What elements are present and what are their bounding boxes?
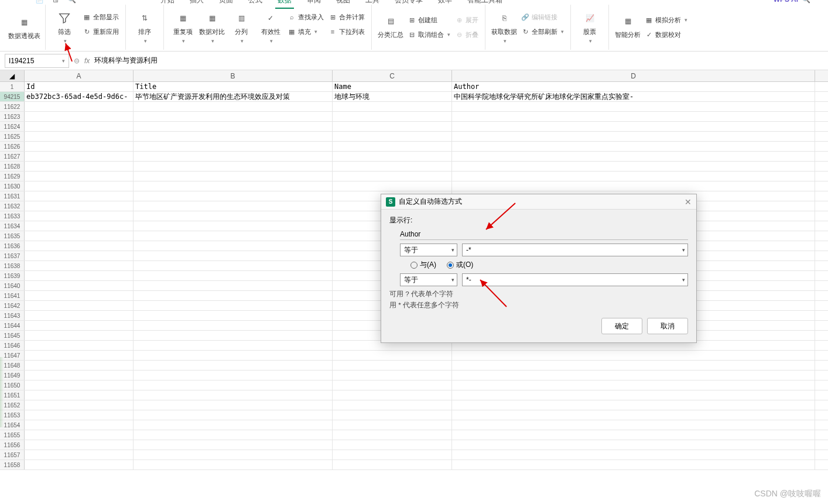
cell[interactable] (134, 321, 333, 330)
row-header[interactable]: 11649 (0, 371, 25, 380)
get-data-button[interactable]: ⎘获取数据 (490, 11, 518, 44)
cell[interactable] (452, 450, 815, 460)
cell[interactable] (333, 450, 452, 460)
merge-calc-button[interactable]: ⊞合并计算 (329, 11, 365, 23)
cell[interactable] (25, 241, 134, 251)
cell[interactable] (25, 390, 134, 400)
cell[interactable] (333, 152, 452, 161)
row-header[interactable]: 11634 (0, 221, 25, 231)
row-header[interactable]: 11636 (0, 241, 25, 251)
cell[interactable] (452, 102, 815, 111)
find-entry-button[interactable]: ⌕查找录入 (288, 11, 324, 23)
cell[interactable] (25, 281, 134, 290)
row-header[interactable]: 11635 (0, 231, 25, 241)
row-header[interactable]: 11647 (0, 351, 25, 360)
or-radio[interactable]: 或(O) (447, 260, 473, 270)
cell[interactable] (452, 181, 815, 191)
row-header[interactable]: 11633 (0, 211, 25, 221)
cell[interactable] (452, 430, 815, 440)
cell[interactable] (25, 122, 134, 131)
cell[interactable] (25, 261, 134, 270)
cancel-formula-icon[interactable]: ⊖ (74, 57, 80, 65)
cell[interactable] (333, 440, 452, 450)
cell[interactable] (134, 102, 333, 111)
cell[interactable] (452, 361, 815, 370)
row-header[interactable]: 11627 (0, 152, 25, 161)
and-radio[interactable]: 与(A) (410, 260, 436, 270)
cell[interactable] (333, 181, 452, 191)
cell[interactable] (333, 162, 452, 171)
cell[interactable] (25, 351, 134, 360)
cell[interactable] (134, 132, 333, 141)
row-header[interactable]: 11644 (0, 321, 25, 330)
data-compare-button[interactable]: ▦数据对比 (198, 11, 226, 44)
name-box[interactable]: I194215 ▾ (5, 54, 69, 68)
cell[interactable] (333, 112, 452, 121)
row-header[interactable]: 94215 (0, 92, 25, 101)
row-header[interactable]: 11650 (0, 380, 25, 390)
cell[interactable] (134, 211, 333, 221)
cancel-button[interactable]: 取消 (647, 318, 688, 334)
cell[interactable] (333, 380, 452, 390)
tab-view[interactable]: 视图 (334, 0, 353, 9)
cell[interactable] (134, 331, 333, 340)
row-header[interactable]: 11638 (0, 261, 25, 270)
sort-button[interactable]: ⇅ 排序 (131, 11, 159, 44)
tab-member[interactable]: 会员专享 (392, 0, 425, 9)
cell[interactable] (25, 321, 134, 330)
row-header[interactable]: 11645 (0, 331, 25, 340)
show-all-button[interactable]: ▦全部显示 (83, 11, 119, 23)
cell[interactable] (134, 351, 333, 360)
cell[interactable] (25, 112, 134, 121)
row-header[interactable]: 11637 (0, 251, 25, 260)
cell[interactable] (25, 271, 134, 280)
row-header[interactable]: 11648 (0, 361, 25, 370)
row-header[interactable]: 11651 (0, 390, 25, 400)
cell[interactable] (333, 122, 452, 131)
cell[interactable] (134, 261, 333, 270)
cell[interactable] (134, 122, 333, 131)
cell[interactable] (134, 271, 333, 280)
cell[interactable] (134, 201, 333, 211)
cell[interactable] (333, 172, 452, 181)
cell[interactable] (333, 361, 452, 370)
row-header[interactable]: 11657 (0, 450, 25, 460)
filter-button[interactable]: 筛选 (50, 11, 78, 44)
row-header[interactable]: 11625 (0, 132, 25, 141)
cell[interactable] (134, 460, 333, 469)
cell[interactable] (452, 152, 815, 161)
reapply-button[interactable]: ↻重新应用 (83, 25, 119, 38)
cell[interactable]: Id (25, 82, 134, 91)
cell[interactable] (333, 410, 452, 420)
cell[interactable] (452, 380, 815, 390)
cell[interactable] (452, 351, 815, 360)
close-icon[interactable]: ✕ (685, 197, 692, 207)
cell[interactable] (134, 251, 333, 260)
fx-icon[interactable]: fx (84, 57, 90, 65)
fill-button[interactable]: ▦填充 (288, 25, 324, 38)
cell[interactable] (452, 440, 815, 450)
cell[interactable] (134, 172, 333, 181)
split-col-button[interactable]: ▥分列 (227, 11, 255, 44)
search-icon[interactable]: 🔍 (802, 0, 810, 4)
cell[interactable] (25, 361, 134, 370)
data-check-button[interactable]: ✓数据校对 (645, 28, 687, 41)
cell[interactable] (25, 450, 134, 460)
cell[interactable] (134, 311, 333, 320)
cell[interactable] (452, 420, 815, 430)
cell[interactable] (452, 410, 815, 420)
cell[interactable]: eb372bc3-65ad-4e5d-9d6c- (25, 92, 134, 101)
cell[interactable]: Name (333, 82, 452, 91)
chevron-down-icon[interactable]: ▾ (62, 58, 65, 64)
cell[interactable] (134, 231, 333, 241)
cell[interactable] (134, 221, 333, 231)
condition1-value[interactable]: -*▾ (462, 244, 688, 256)
condition2-operator[interactable]: 等于▾ (400, 273, 457, 286)
cell[interactable] (25, 221, 134, 231)
cell[interactable] (333, 132, 452, 141)
row-header[interactable]: 11629 (0, 172, 25, 181)
cell[interactable] (25, 380, 134, 390)
stocks-button[interactable]: 📈股票 (576, 11, 604, 44)
cell[interactable] (134, 380, 333, 390)
dropdown-list-button[interactable]: ≡下拉列表 (329, 25, 365, 38)
